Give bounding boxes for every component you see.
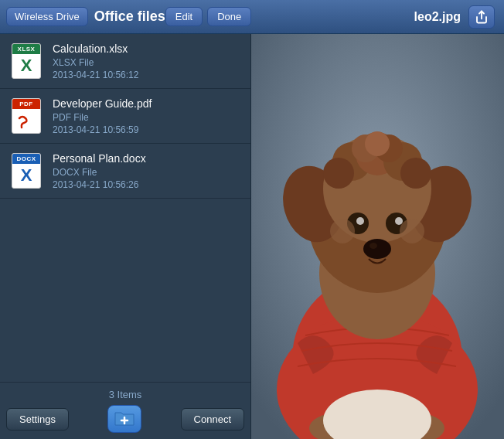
file-date: 2013-04-21 10:56:12 (53, 70, 138, 80)
list-item[interactable]: PDF Developer Guide.pdf PDF File 2013-04… (0, 89, 250, 144)
edit-button[interactable]: Edit (165, 7, 203, 26)
main-content: XLSX X Calculation.xlsx XLSX File 2013-0… (0, 34, 504, 439)
list-item[interactable]: XLSX X Calculation.xlsx XLSX File 2013-0… (0, 34, 250, 89)
file-type: PDF File (53, 112, 152, 123)
header-actions: Edit Done (165, 7, 251, 26)
photo-panel (251, 34, 504, 439)
file-name: Personal Plan.docx (53, 152, 146, 165)
list-item[interactable]: DOCX X Personal Plan.docx DOCX File 2013… (0, 144, 250, 199)
svg-point-25 (363, 239, 391, 259)
items-count: 3 Items (109, 389, 142, 400)
settings-button[interactable]: Settings (6, 408, 69, 430)
dog-photo (251, 34, 504, 439)
done-button[interactable]: Done (207, 7, 251, 26)
wireless-drive-button[interactable]: Wireless Drive (6, 7, 88, 26)
page-title: Office files (94, 9, 165, 25)
file-info: Personal Plan.docx DOCX File 2013-04-21 … (53, 152, 146, 190)
xlsx-file-icon: XLSX X (9, 42, 43, 80)
svg-point-24 (395, 217, 403, 225)
header-right: leo2.jpg (251, 5, 498, 29)
file-name: Calculation.xlsx (53, 43, 138, 55)
svg-point-27 (330, 219, 355, 243)
header-left: Wireless Drive Office files (6, 7, 165, 26)
pdf-logo-icon (18, 112, 35, 132)
folder-plus-icon (114, 410, 135, 428)
share-button[interactable] (468, 5, 495, 29)
file-date: 2013-04-21 10:56:59 (53, 124, 152, 135)
file-info: Developer Guide.pdf PDF File 2013-04-21 … (53, 97, 152, 135)
bottom-bar: Settings Connect (6, 405, 244, 433)
connect-button[interactable]: Connect (181, 408, 244, 430)
app-header: Wireless Drive Office files Edit Done le… (0, 0, 504, 34)
add-folder-button[interactable] (107, 405, 141, 433)
share-icon (475, 10, 489, 24)
file-list: XLSX X Calculation.xlsx XLSX File 2013-0… (0, 34, 250, 382)
file-title: leo2.jpg (414, 10, 461, 24)
svg-point-16 (323, 158, 354, 189)
file-info: Calculation.xlsx XLSX File 2013-04-21 10… (53, 43, 138, 80)
left-panel: XLSX X Calculation.xlsx XLSX File 2013-0… (0, 34, 251, 439)
svg-point-20 (365, 131, 390, 156)
file-type: DOCX File (53, 167, 146, 178)
file-name: Developer Guide.pdf (53, 97, 152, 110)
svg-point-17 (400, 158, 431, 189)
file-type: XLSX File (53, 57, 138, 68)
docx-file-icon: DOCX X (9, 151, 43, 190)
pdf-file-icon: PDF (9, 97, 43, 135)
svg-point-28 (400, 219, 424, 243)
svg-point-26 (369, 243, 377, 249)
file-date: 2013-04-21 10:56:26 (53, 179, 146, 190)
svg-point-23 (356, 217, 364, 225)
left-footer: 3 Items Settings Connect (0, 382, 250, 439)
